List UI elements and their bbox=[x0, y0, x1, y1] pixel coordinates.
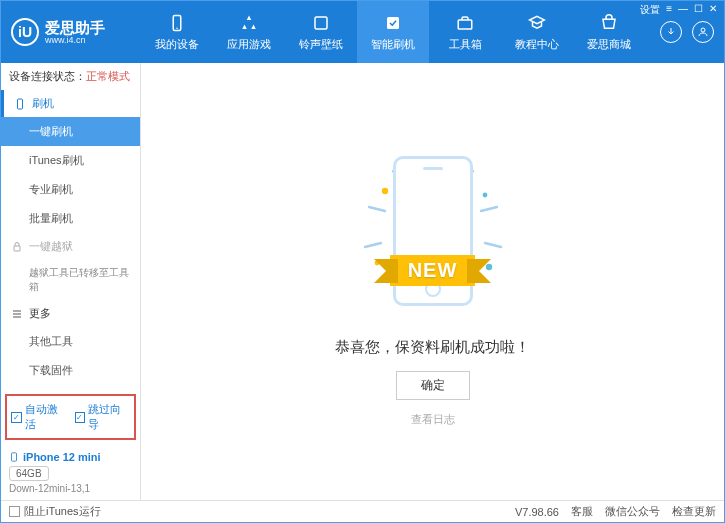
wallpaper-icon bbox=[311, 13, 331, 33]
checkbox-auto-activate[interactable]: ✓ 自动激活 bbox=[11, 402, 67, 432]
sidebar-item-oneclick-flash[interactable]: 一键刷机 bbox=[1, 117, 140, 146]
new-ribbon: NEW bbox=[390, 255, 476, 286]
nav-tutorials[interactable]: 教程中心 bbox=[501, 1, 573, 63]
minimize-icon[interactable]: — bbox=[678, 3, 688, 17]
menu-list-icon bbox=[11, 308, 23, 320]
logo-icon: iU bbox=[11, 18, 39, 46]
app-header: iU 爱思助手 www.i4.cn 我的设备 应用游戏 铃声壁纸 智能刷机 工具… bbox=[1, 1, 724, 63]
svg-point-16 bbox=[381, 188, 387, 194]
success-illustration: NEW bbox=[353, 136, 513, 326]
svg-line-12 bbox=[485, 243, 501, 247]
menu-icon[interactable]: ≡ bbox=[666, 3, 672, 17]
nav-toolbox[interactable]: 工具箱 bbox=[429, 1, 501, 63]
settings-link[interactable]: 设置 bbox=[640, 3, 660, 17]
toolbox-icon bbox=[455, 13, 475, 33]
sidebar-section-flash[interactable]: 刷机 bbox=[1, 90, 140, 117]
svg-point-1 bbox=[176, 27, 178, 29]
connection-status: 设备连接状态：正常模式 bbox=[1, 63, 140, 90]
close-icon[interactable]: ✕ bbox=[709, 3, 717, 17]
nav-apps[interactable]: 应用游戏 bbox=[213, 1, 285, 63]
device-icon bbox=[167, 13, 187, 33]
sidebar-item-other-tools[interactable]: 其他工具 bbox=[1, 327, 140, 356]
svg-rect-8 bbox=[12, 453, 17, 461]
footer: 阻止iTunes运行 V7.98.66 客服 微信公众号 检查更新 bbox=[1, 500, 724, 522]
sidebar-item-batch-flash[interactable]: 批量刷机 bbox=[1, 204, 140, 233]
maximize-icon[interactable]: ☐ bbox=[694, 3, 703, 17]
svg-line-15 bbox=[365, 243, 381, 247]
sidebar-section-jailbreak: 一键越狱 bbox=[1, 233, 140, 260]
tutorial-icon bbox=[527, 13, 547, 33]
checkbox-skip-setup[interactable]: ✓ 跳过向导 bbox=[75, 402, 131, 432]
sidebar-section-more[interactable]: 更多 bbox=[1, 300, 140, 327]
svg-rect-3 bbox=[387, 17, 399, 29]
svg-rect-6 bbox=[18, 99, 23, 109]
version-label: V7.98.66 bbox=[515, 506, 559, 518]
nav-my-device[interactable]: 我的设备 bbox=[141, 1, 213, 63]
app-name: 爱思助手 bbox=[45, 20, 105, 35]
device-info: iPhone 12 mini 64GB Down-12mini-13,1 bbox=[1, 444, 140, 500]
sidebar-item-download-firmware[interactable]: 下载固件 bbox=[1, 356, 140, 385]
nav-ringtones[interactable]: 铃声壁纸 bbox=[285, 1, 357, 63]
view-log-link[interactable]: 查看日志 bbox=[411, 412, 455, 427]
checkbox-icon: ✓ bbox=[75, 412, 86, 423]
jailbreak-note: 越狱工具已转移至工具箱 bbox=[1, 260, 140, 300]
wechat-link[interactable]: 微信公众号 bbox=[605, 504, 660, 519]
svg-rect-2 bbox=[315, 17, 327, 29]
check-update-link[interactable]: 检查更新 bbox=[672, 504, 716, 519]
apps-icon bbox=[239, 13, 259, 33]
user-button[interactable] bbox=[692, 21, 714, 43]
logo: iU 爱思助手 www.i4.cn bbox=[11, 18, 141, 46]
device-model: Down-12mini-13,1 bbox=[9, 483, 132, 494]
options-row: ✓ 自动激活 ✓ 跳过向导 bbox=[5, 394, 136, 440]
sidebar-item-pro-flash[interactable]: 专业刷机 bbox=[1, 175, 140, 204]
device-name[interactable]: iPhone 12 mini bbox=[9, 450, 132, 464]
svg-rect-4 bbox=[458, 20, 472, 29]
app-domain: www.i4.cn bbox=[45, 35, 105, 45]
svg-line-11 bbox=[481, 207, 497, 211]
svg-line-14 bbox=[369, 207, 385, 211]
checkbox-block-itunes[interactable]: 阻止iTunes运行 bbox=[9, 504, 101, 519]
sidebar: 设备连接状态：正常模式 刷机 一键刷机 iTunes刷机 专业刷机 批量刷机 一… bbox=[1, 63, 141, 500]
sidebar-item-itunes-flash[interactable]: iTunes刷机 bbox=[1, 146, 140, 175]
main-content: NEW 恭喜您，保资料刷机成功啦！ 确定 查看日志 bbox=[141, 63, 724, 500]
lock-icon bbox=[11, 241, 23, 253]
store-icon bbox=[599, 13, 619, 33]
phone-icon bbox=[9, 450, 19, 464]
download-button[interactable] bbox=[660, 21, 682, 43]
device-storage: 64GB bbox=[9, 466, 49, 481]
checkbox-icon: ✓ bbox=[11, 412, 22, 423]
flash-icon bbox=[383, 13, 403, 33]
checkbox-icon bbox=[9, 506, 20, 517]
svg-point-17 bbox=[482, 193, 487, 198]
nav-flash[interactable]: 智能刷机 bbox=[357, 1, 429, 63]
customer-service-link[interactable]: 客服 bbox=[571, 504, 593, 519]
ok-button[interactable]: 确定 bbox=[396, 371, 470, 400]
success-message: 恭喜您，保资料刷机成功啦！ bbox=[335, 338, 530, 357]
svg-point-5 bbox=[701, 28, 705, 32]
sidebar-item-advanced[interactable]: 高级功能 bbox=[1, 385, 140, 390]
phone-icon bbox=[14, 98, 26, 110]
nav-store[interactable]: 爱思商城 bbox=[573, 1, 645, 63]
main-nav: 我的设备 应用游戏 铃声壁纸 智能刷机 工具箱 教程中心 爱思商城 bbox=[141, 1, 660, 63]
svg-rect-7 bbox=[14, 246, 20, 251]
